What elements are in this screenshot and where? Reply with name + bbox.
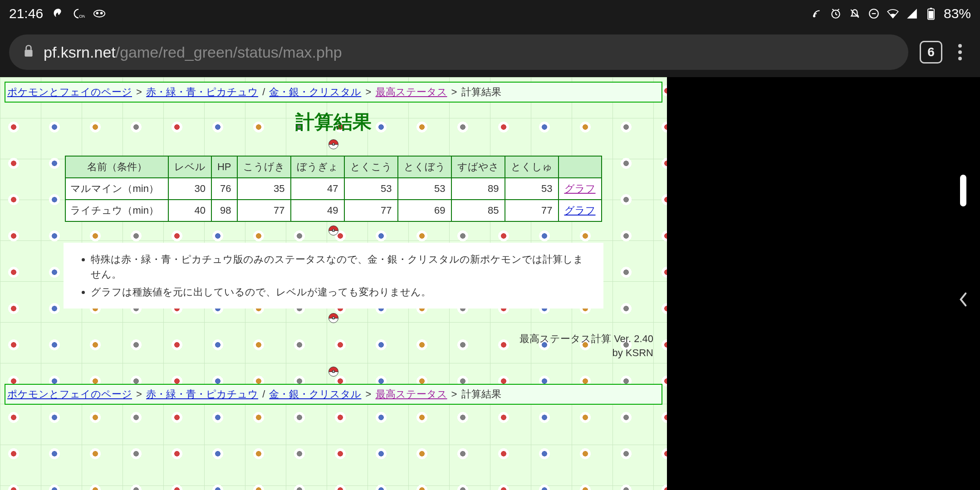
page-title: 計算結果 — [0, 109, 667, 135]
breadcrumb-link[interactable]: 最高ステータス — [376, 388, 447, 400]
stat-table: 名前（条件）レベルHPこうげきぼうぎょとくこうとくぼうすばやさとくしゅ マルマイ… — [65, 156, 602, 222]
footer-version: 最高ステータス計算 Ver. 2.40 by KSRN — [0, 329, 667, 363]
breadcrumb-sep: > — [133, 86, 145, 98]
page-content[interactable]: ポケモンとフェイのページ > 赤・緑・青・ピカチュウ / 金・銀・クリスタル >… — [0, 77, 667, 490]
list-item: 特殊は赤・緑・青・ピカチュウ版のみのステータスなので、金・銀・クリスタルの新ポケ… — [91, 252, 590, 282]
browser-toolbar: pf.ksrn.net/game/red_green/status/max.ph… — [0, 27, 980, 77]
cast-icon — [810, 7, 823, 20]
app-icon-2: ON — [72, 7, 85, 20]
breadcrumb-sep: / — [260, 86, 268, 98]
svg-point-3 — [101, 12, 103, 14]
table-row: マルマイン（min）3076354753538953グラフ — [65, 178, 601, 200]
table-cell: 77 — [237, 200, 291, 221]
table-header-row: 名前（条件）レベルHPこうげきぼうぎょとくこうとくぼうすばやさとくしゅ — [65, 156, 601, 178]
svg-text:ON: ON — [79, 14, 85, 19]
divider-icon — [0, 367, 667, 379]
graph-link[interactable]: グラフ — [564, 183, 596, 194]
tab-count-button[interactable]: 6 — [920, 41, 942, 64]
table-row: ライチュウ（min）4098774977698577グラフ — [65, 200, 601, 221]
signal-icon — [906, 7, 918, 20]
status-time: 21:46 — [9, 6, 43, 21]
breadcrumb-link[interactable]: 最高ステータス — [376, 86, 447, 98]
url-bar[interactable]: pf.ksrn.net/game/red_green/status/max.ph… — [9, 34, 908, 70]
battery-percent: 83% — [944, 6, 971, 21]
table-header-cell: こうげき — [237, 156, 291, 178]
breadcrumb-link[interactable]: 赤・緑・青・ピカチュウ — [146, 86, 258, 98]
svg-rect-9 — [930, 8, 932, 9]
system-nav-bar — [946, 77, 980, 490]
app-icon-3 — [93, 7, 106, 20]
table-cell: グラフ — [559, 200, 602, 221]
minus-circle-icon — [867, 7, 880, 20]
notes-box: 特殊は赤・緑・青・ピカチュウ版のみのステータスなので、金・銀・クリスタルの新ポケ… — [64, 243, 603, 309]
right-gap — [667, 77, 946, 490]
svg-rect-10 — [929, 11, 934, 19]
divider-icon — [0, 313, 667, 326]
table-cell: 89 — [451, 178, 505, 200]
table-header-cell: ぼうぎょ — [291, 156, 344, 178]
breadcrumb-link[interactable]: 金・銀・クリスタル — [269, 86, 361, 98]
breadcrumb-current: 計算結果 — [461, 388, 501, 400]
table-cell: 85 — [451, 200, 505, 221]
breadcrumb-bottom: ポケモンとフェイのページ > 赤・緑・青・ピカチュウ / 金・銀・クリスタル >… — [5, 384, 662, 405]
breadcrumb-sep: > — [449, 86, 460, 98]
status-bar: 21:46 ON 83% — [0, 0, 980, 27]
table-cell: 30 — [168, 178, 211, 200]
table-cell: 53 — [398, 178, 451, 200]
svg-point-4 — [813, 15, 815, 17]
divider-icon — [0, 139, 667, 152]
breadcrumb-top: ポケモンとフェイのページ > 赤・緑・青・ピカチュウ / 金・銀・クリスタル >… — [5, 82, 662, 103]
back-button[interactable] — [956, 290, 970, 313]
table-cell: 49 — [291, 200, 344, 221]
breadcrumb-sep: / — [260, 388, 268, 400]
alarm-icon — [829, 7, 842, 20]
url-text: pf.ksrn.net/game/red_green/status/max.ph… — [44, 44, 342, 61]
nav-pill[interactable] — [960, 175, 966, 206]
table-cell: 77 — [505, 200, 559, 221]
browser-menu-button[interactable] — [954, 39, 966, 65]
table-header-cell: すばやさ — [451, 156, 505, 178]
table-cell: 35 — [237, 178, 291, 200]
table-header-cell: とくしゅ — [505, 156, 559, 178]
table-cell: 77 — [344, 200, 398, 221]
breadcrumb-link[interactable]: 金・銀・クリスタル — [269, 388, 361, 400]
pokeball-icon — [328, 225, 338, 235]
app-icon-1 — [51, 7, 64, 20]
divider-icon — [0, 225, 667, 238]
table-cell: 47 — [291, 178, 344, 200]
lock-icon — [23, 44, 34, 61]
table-cell: 53 — [344, 178, 398, 200]
table-cell: 53 — [505, 178, 559, 200]
breadcrumb-link[interactable]: ポケモンとフェイのページ — [7, 86, 132, 98]
breadcrumb-sep: > — [363, 388, 374, 400]
svg-rect-11 — [24, 49, 32, 56]
dnd-icon — [848, 7, 861, 20]
table-header-cell — [559, 156, 602, 178]
pokeball-icon — [328, 367, 338, 377]
table-header-cell: HP — [211, 156, 237, 178]
breadcrumb-link[interactable]: ポケモンとフェイのページ — [7, 388, 132, 400]
table-header-cell: とくこう — [344, 156, 398, 178]
pokeball-icon — [328, 139, 338, 149]
table-cell: 40 — [168, 200, 211, 221]
graph-link[interactable]: グラフ — [564, 205, 596, 216]
table-cell: グラフ — [559, 178, 602, 200]
table-cell: 76 — [211, 178, 237, 200]
breadcrumb-sep: > — [449, 388, 460, 400]
table-header-cell: レベル — [168, 156, 211, 178]
table-cell: 69 — [398, 200, 451, 221]
breadcrumb-link[interactable]: 赤・緑・青・ピカチュウ — [146, 388, 258, 400]
breadcrumb-current: 計算結果 — [461, 86, 501, 98]
wifi-icon — [887, 7, 899, 20]
table-cell: マルマイン（min） — [65, 178, 168, 200]
svg-point-2 — [97, 12, 98, 14]
table-header-cell: 名前（条件） — [65, 156, 168, 178]
breadcrumb-sep: > — [363, 86, 374, 98]
pokeball-icon — [328, 313, 338, 323]
svg-point-1 — [94, 10, 105, 17]
breadcrumb-sep: > — [133, 388, 145, 400]
list-item: グラフは種族値を元に出しているので、レベルが違っても変わりません。 — [91, 284, 590, 299]
battery-icon — [925, 7, 937, 20]
table-header-cell: とくぼう — [398, 156, 451, 178]
table-cell: ライチュウ（min） — [65, 200, 168, 221]
